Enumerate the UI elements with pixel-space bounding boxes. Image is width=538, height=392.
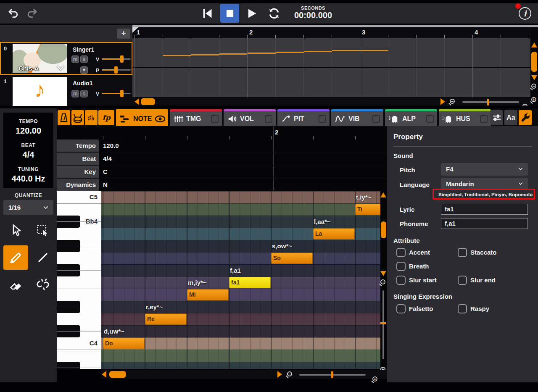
zoom-slider[interactable] xyxy=(299,374,366,376)
param-label-key[interactable]: Key xyxy=(57,166,99,178)
scroll-left-arrow[interactable] xyxy=(102,371,106,378)
tool-eraser[interactable] xyxy=(3,272,28,297)
tool-select-cursor[interactable] xyxy=(3,218,28,243)
volume-handle[interactable] xyxy=(120,55,124,63)
button-drum[interactable] xyxy=(71,110,84,125)
zoom-slider-handle[interactable] xyxy=(331,371,333,378)
scroll-down-arrow[interactable] xyxy=(380,271,386,276)
tab-pit[interactable]: PIT xyxy=(277,109,330,126)
note-Do[interactable]: Do xyxy=(103,338,145,349)
tool-line[interactable] xyxy=(30,245,55,270)
scroll-up-arrow[interactable] xyxy=(531,42,537,47)
vscroll-thumb[interactable] xyxy=(381,221,386,238)
note-Ti[interactable]: Ti xyxy=(355,204,380,215)
tab-hus[interactable]: HUS xyxy=(439,109,491,126)
phoneme-input[interactable]: f,a1 xyxy=(441,218,528,229)
button-dynamics[interactable]: fp xyxy=(98,110,114,125)
pitch-dropdown[interactable]: F4 xyxy=(441,163,528,176)
zoom-in-icon[interactable]: + xyxy=(372,376,377,381)
hscroll-thumb[interactable] xyxy=(141,98,155,105)
param-label-dynamics[interactable]: Dynamics xyxy=(57,179,99,191)
tool-pencil[interactable] xyxy=(3,245,28,270)
zoom-out-icon[interactable]: − xyxy=(531,84,536,89)
loop-button[interactable] xyxy=(265,6,283,21)
note-Mi[interactable]: Mi xyxy=(187,289,229,300)
vzoom-handle[interactable] xyxy=(380,322,386,324)
button-settings-wrench[interactable] xyxy=(519,110,532,125)
play-button[interactable] xyxy=(242,5,261,22)
button-accidentals[interactable]: ♯♭ xyxy=(85,110,98,125)
star-button[interactable]: * xyxy=(80,66,88,74)
tab-alp[interactable]: ALP xyxy=(385,109,437,126)
tool-unlink[interactable] xyxy=(30,272,55,297)
volume-slider[interactable] xyxy=(102,58,131,60)
zoom-in-icon[interactable]: + xyxy=(531,97,536,102)
zoom-slider-handle[interactable] xyxy=(487,99,489,105)
quantize-dropdown[interactable]: 1/16 xyxy=(3,200,53,215)
attribute-checkbox-accent[interactable] xyxy=(396,248,406,257)
tab-vol[interactable]: VOL xyxy=(224,109,276,126)
zoom-in-icon[interactable]: + xyxy=(522,104,527,106)
attribute-checkbox-slur-end[interactable] xyxy=(458,276,467,285)
add-track-button[interactable]: + xyxy=(117,29,130,39)
vscroll-thumb[interactable] xyxy=(531,52,537,72)
scroll-left-arrow[interactable] xyxy=(134,98,139,105)
audio-thumbnail[interactable]: ♪ xyxy=(13,77,67,106)
scroll-right-arrow[interactable] xyxy=(277,371,282,378)
pan-slider[interactable] xyxy=(102,69,131,71)
piano-keys[interactable]: C5Bb4C4 xyxy=(57,191,101,369)
tab-vib[interactable]: VIB xyxy=(331,109,383,126)
info-button[interactable]: i xyxy=(519,7,531,20)
scroll-right-arrow[interactable] xyxy=(440,98,445,105)
tab-checkbox[interactable] xyxy=(265,115,272,123)
zoom-out-icon[interactable]: − xyxy=(380,279,385,284)
scroll-down-arrow[interactable] xyxy=(531,75,537,80)
note-La[interactable]: La xyxy=(313,228,355,239)
zoom-slider[interactable] xyxy=(462,101,519,103)
tab-tmg[interactable]: TMG xyxy=(170,109,222,126)
singer-avatar[interactable]: Chis-A xyxy=(13,44,67,73)
solo-button[interactable]: s xyxy=(80,90,88,97)
tab-checkbox[interactable] xyxy=(372,115,380,123)
pan-handle[interactable] xyxy=(114,66,118,74)
button-metronome[interactable] xyxy=(58,110,70,125)
note-fa1[interactable]: fa1 xyxy=(229,277,271,288)
stop-button[interactable] xyxy=(220,4,239,23)
skip-to-start-button[interactable] xyxy=(198,5,217,22)
undo-button[interactable] xyxy=(6,7,21,20)
solo-button[interactable]: s xyxy=(80,55,88,63)
tab-note[interactable]: NOTE xyxy=(116,109,168,126)
zoom-out-icon[interactable]: − xyxy=(450,99,455,104)
attribute-checkbox-staccato[interactable] xyxy=(458,248,467,257)
tab-checkbox[interactable] xyxy=(211,115,219,123)
arrangement-lane-audio[interactable] xyxy=(132,68,530,97)
note-Re[interactable]: Re xyxy=(145,313,187,325)
scroll-up-arrow[interactable] xyxy=(380,192,386,197)
tab-checkbox[interactable] xyxy=(319,115,326,123)
param-label-beat[interactable]: Beat xyxy=(57,153,99,165)
expression-checkbox-falsetto[interactable] xyxy=(396,304,406,313)
note-So[interactable]: So xyxy=(271,253,313,264)
param-label-tempo[interactable]: Tempo xyxy=(57,139,99,152)
lyric-input[interactable]: fa1 xyxy=(441,204,528,215)
hscroll-thumb[interactable] xyxy=(109,371,126,378)
arrangement-ruler[interactable]: 1234 xyxy=(132,27,530,38)
track-row-singer1[interactable]: 0 Chis-A Singer1 m s V * P xyxy=(1,43,132,74)
tab-checkbox[interactable] xyxy=(480,115,488,123)
vzoom-slider[interactable] xyxy=(382,290,384,359)
redo-button[interactable] xyxy=(24,7,40,20)
zoom-out-icon[interactable]: − xyxy=(287,371,292,376)
arrangement-lane-singer[interactable] xyxy=(132,38,530,67)
volume-slider[interactable] xyxy=(102,93,131,94)
tab-checkbox[interactable] xyxy=(426,115,434,123)
expression-checkbox-raspy[interactable] xyxy=(458,304,467,313)
tool-marquee-select[interactable] xyxy=(30,218,55,243)
button-mixer[interactable] xyxy=(490,110,503,125)
piano-roll-grid[interactable]: Dod,uw*~Rer,ey*~Mim,iy*~fa1f,a1Sos,ow*~L… xyxy=(101,191,380,369)
attribute-checkbox-slur-start[interactable] xyxy=(396,276,406,285)
button-font-size[interactable]: Aa xyxy=(504,110,517,125)
mute-button[interactable]: m xyxy=(71,55,79,63)
song-settings-panel[interactable]: TEMPO 120.00 BEAT 4/4 TUNING 440.0 Hz xyxy=(3,113,53,188)
volume-handle[interactable] xyxy=(120,90,124,97)
track-row-audio1[interactable]: 1 ♪ Audio1 m s V xyxy=(1,76,132,106)
